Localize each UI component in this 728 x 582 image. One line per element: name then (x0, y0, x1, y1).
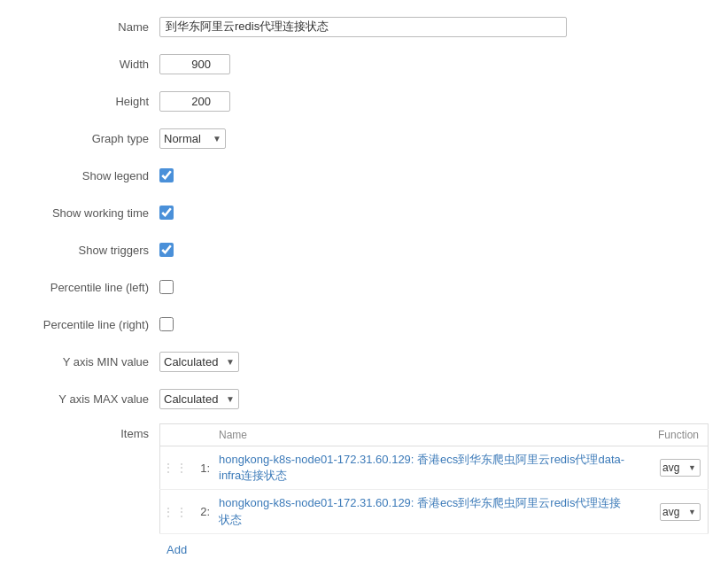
table-row: ⋮⋮ 2: hongkong-k8s-node01-172.31.60.129:… (160, 490, 709, 533)
height-row: Height (18, 89, 710, 113)
percentile-left-label: Percentile line (left) (18, 281, 159, 294)
width-label: Width (18, 58, 159, 71)
func-arrow-icon-2: ▼ (685, 508, 700, 516)
width-row: Width (18, 51, 710, 76)
graph-type-select[interactable]: Normal Stacked Pie (160, 129, 209, 148)
drag-handle-1[interactable]: ⋮⋮ (160, 446, 191, 490)
show-triggers-row: Show triggers (18, 237, 710, 262)
y-min-select-wrap[interactable]: Calculated Fixed Item ▼ (159, 352, 239, 372)
y-max-label: Y axis MAX value (18, 392, 159, 406)
name-label: Name (18, 20, 159, 34)
show-triggers-checkbox[interactable] (159, 243, 174, 257)
percentile-right-checkbox[interactable] (159, 317, 174, 331)
form-container: Name Width Height Graph type Normal Stac… (0, 0, 728, 574)
y-max-arrow-icon: ▼ (222, 394, 238, 404)
row-name-1[interactable]: hongkong-k8s-node01-172.31.60.129: 香港ecs… (212, 446, 638, 490)
table-row: ⋮⋮ 1: hongkong-k8s-node01-172.31.60.129:… (160, 446, 709, 490)
show-working-time-label: Show working time (18, 206, 159, 220)
name-row: Name (18, 14, 710, 39)
add-item-button[interactable]: Add (167, 539, 709, 560)
func-select-2[interactable]: avg min max all last (661, 504, 685, 520)
row-name-link-2[interactable]: hongkong-k8s-node01-172.31.60.129: 香港ecs… (219, 496, 621, 525)
row-num-2: 2: (190, 490, 212, 533)
items-col-spacer (160, 424, 213, 446)
row-func-1: avg min max all last ▼ (638, 446, 709, 490)
percentile-right-row: Percentile line (right) (18, 312, 710, 337)
func-arrow-icon-1: ▼ (685, 463, 700, 472)
items-content: Name Function ⋮⋮ 1: hongkong-k8s-node01-… (159, 423, 709, 560)
func-select-wrap-2[interactable]: avg min max all last ▼ (660, 503, 701, 521)
show-triggers-label: Show triggers (18, 244, 159, 257)
percentile-left-row: Percentile line (left) (18, 275, 710, 299)
graph-type-arrow-icon: ▼ (209, 134, 225, 144)
y-min-label: Y axis MIN value (18, 355, 159, 369)
row-name-link-1[interactable]: hongkong-k8s-node01-172.31.60.129: 香港ecs… (219, 453, 624, 482)
items-table-header: Name Function (160, 424, 709, 446)
items-label: Items (18, 423, 159, 440)
y-min-select[interactable]: Calculated Fixed Item (160, 353, 222, 371)
drag-dots-icon: ⋮⋮ (162, 461, 189, 475)
row-func-2: avg min max all last ▼ (638, 490, 709, 533)
graph-type-row: Graph type Normal Stacked Pie ▼ (18, 126, 710, 151)
graph-type-label: Graph type (18, 132, 159, 145)
height-input[interactable] (159, 91, 230, 112)
row-name-2[interactable]: hongkong-k8s-node01-172.31.60.129: 香港ecs… (212, 490, 638, 533)
show-legend-row: Show legend (18, 163, 710, 188)
drag-handle-2[interactable]: ⋮⋮ (160, 490, 191, 533)
items-col-name: Name (212, 424, 638, 446)
y-max-row: Y axis MAX value Calculated Fixed Item ▼ (18, 386, 710, 411)
drag-dots-icon: ⋮⋮ (162, 505, 189, 519)
func-select-1[interactable]: avg min max all last (661, 460, 685, 476)
width-input[interactable] (159, 54, 230, 74)
show-working-time-checkbox[interactable] (159, 206, 174, 220)
y-max-select[interactable]: Calculated Fixed Item (160, 390, 222, 408)
graph-type-select-wrap[interactable]: Normal Stacked Pie ▼ (159, 128, 226, 149)
func-select-wrap-1[interactable]: avg min max all last ▼ (660, 459, 701, 477)
percentile-left-checkbox[interactable] (159, 280, 174, 294)
height-label: Height (18, 95, 159, 108)
show-working-time-row: Show working time (18, 200, 710, 225)
name-input[interactable] (159, 17, 567, 37)
row-num-1: 1: (190, 446, 212, 490)
y-max-select-wrap[interactable]: Calculated Fixed Item ▼ (159, 389, 239, 409)
show-legend-checkbox[interactable] (159, 168, 174, 182)
items-table: Name Function ⋮⋮ 1: hongkong-k8s-node01-… (159, 423, 709, 534)
show-legend-label: Show legend (18, 169, 159, 182)
y-min-arrow-icon: ▼ (222, 357, 238, 367)
percentile-right-label: Percentile line (right) (18, 318, 159, 331)
items-col-function: Function (638, 424, 709, 446)
y-min-row: Y axis MIN value Calculated Fixed Item ▼ (18, 349, 710, 374)
items-section: Items Name Function ⋮⋮ 1: (18, 423, 710, 560)
